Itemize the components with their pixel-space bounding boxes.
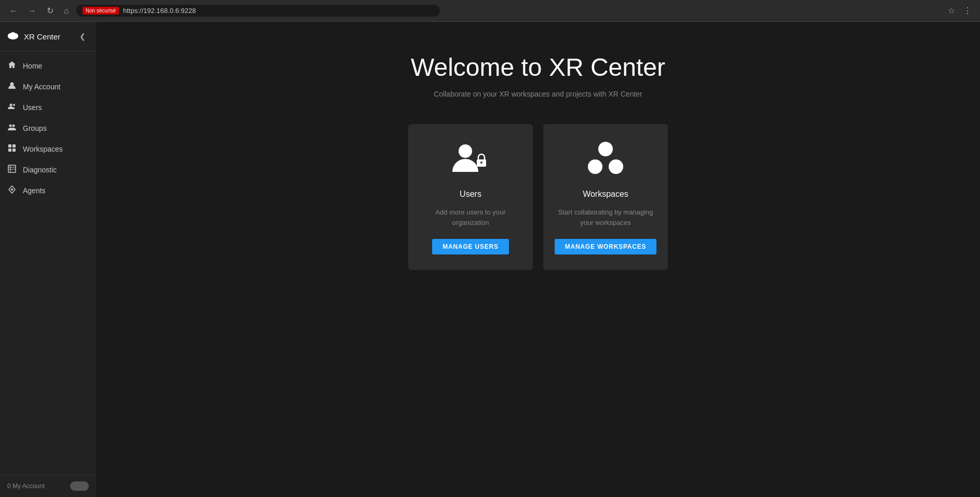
sidebar-label-groups: Groups [23,124,47,132]
svg-point-18 [459,144,472,158]
groups-icon [7,123,17,133]
sidebar-collapse-button[interactable]: ❮ [76,30,89,43]
extensions-button[interactable]: ⋮ [961,4,974,18]
workspaces-icon [7,144,17,154]
svg-point-6 [13,104,15,106]
cards-container: Users Add more users to your organizatio… [408,124,668,270]
app-container: XR Center ❮ Home M [0,22,980,497]
svg-point-3 [10,32,16,37]
address-bar[interactable]: Non sécurisé https://192.168.0.6:9228 [76,5,440,17]
svg-point-7 [9,125,12,127]
users-card[interactable]: Users Add more users to your organizatio… [408,124,533,270]
svg-rect-11 [8,149,11,152]
svg-point-23 [609,159,623,174]
sidebar: XR Center ❮ Home M [0,22,96,497]
diagnostic-icon [7,165,17,175]
sidebar-label-workspaces: Workspaces [23,145,63,153]
sidebar-label-agents: Agents [23,186,46,195]
sidebar-item-agents[interactable]: Agents [0,180,96,201]
main-content: Welcome to XR Center Collaborate on your… [96,22,980,497]
refresh-button[interactable]: ↻ [44,4,57,18]
svg-rect-13 [8,165,16,172]
sidebar-footer-toggle[interactable] [70,481,89,491]
users-card-icon-area [450,140,491,181]
account-icon [7,82,17,92]
workspaces-card-icon-area [585,140,626,181]
users-card-description: Add more users to your organization [419,207,522,227]
sidebar-nav: Home My Account [0,51,96,475]
home-icon [7,61,17,71]
not-secure-badge: Non sécurisé [83,7,119,15]
users-icon [7,102,17,113]
svg-rect-9 [8,144,11,147]
sidebar-header: XR Center ❮ [0,22,96,51]
svg-rect-12 [12,149,16,152]
home-button[interactable]: ⌂ [61,4,72,18]
svg-point-8 [12,125,15,127]
workspaces-card[interactable]: Workspaces Start collaborating by managi… [543,124,668,270]
forward-button[interactable]: → [25,4,39,18]
sidebar-footer: 0 My Account [0,475,96,497]
sidebar-item-users[interactable]: Users [0,97,96,118]
svg-rect-10 [12,144,16,147]
workspaces-card-title: Workspaces [583,190,628,199]
sidebar-footer-text: 0 My Account [7,482,45,490]
browser-chrome: ← → ↻ ⌂ Non sécurisé https://192.168.0.6… [0,0,980,22]
manage-workspaces-button[interactable]: MANAGE WORKSPACES [555,239,657,254]
bookmark-button[interactable]: ☆ [946,4,957,18]
workspaces-card-description: Start collaborating by managing your wor… [554,207,657,227]
sidebar-label-home: Home [23,62,42,70]
sidebar-label-diagnostic: Diagnostic [23,166,57,174]
sidebar-label-users: Users [23,103,42,112]
svg-point-17 [11,189,13,191]
sidebar-label-my-account: My Account [23,83,60,91]
back-button[interactable]: ← [6,4,21,18]
users-card-title: Users [460,190,481,199]
sidebar-item-my-account[interactable]: My Account [0,76,96,97]
sidebar-item-workspaces[interactable]: Workspaces [0,139,96,159]
logo-icon [7,31,19,43]
agents-icon [7,185,17,196]
welcome-title: Welcome to XR Center [411,53,665,82]
address-text: https://192.168.0.6:9228 [123,7,196,15]
welcome-subtitle: Collaborate on your XR workspaces and pr… [434,90,642,98]
svg-point-20 [480,162,482,164]
svg-point-22 [588,159,602,174]
sidebar-item-groups[interactable]: Groups [0,118,96,139]
sidebar-logo-text: XR Center [24,32,60,41]
workspaces-card-icon [585,140,626,181]
users-card-icon [450,140,491,181]
manage-users-button[interactable]: MANAGE USERS [432,239,509,254]
sidebar-item-diagnostic[interactable]: Diagnostic [0,159,96,180]
browser-icons: ☆ ⋮ [946,4,974,18]
sidebar-logo: XR Center [7,31,60,43]
sidebar-item-home[interactable]: Home [0,56,96,76]
svg-point-5 [10,104,12,106]
svg-point-21 [598,142,613,156]
